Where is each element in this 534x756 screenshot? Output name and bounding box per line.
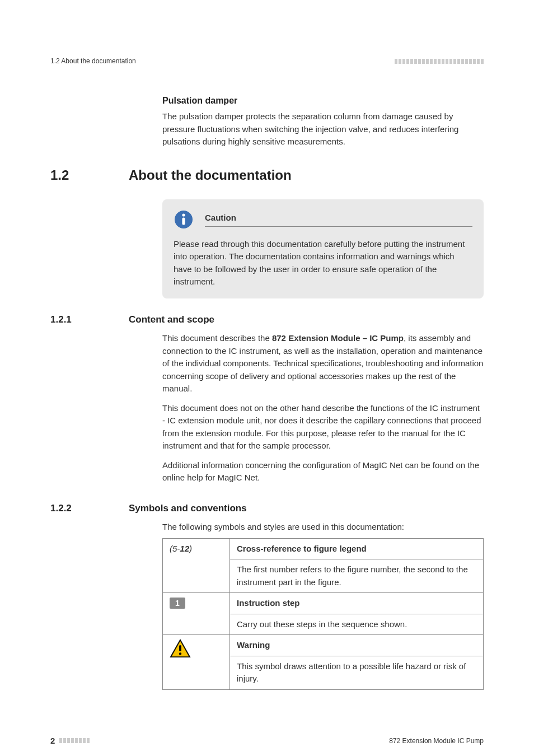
cross-ref-desc: The first number refers to the figure nu… bbox=[230, 559, 484, 593]
pulsation-damper-section: Pulsation damper The pulsation damper pr… bbox=[162, 94, 484, 148]
section-title: About the documentation bbox=[129, 165, 292, 185]
section-1-2-1-heading: 1.2.1 Content and scope bbox=[50, 312, 484, 327]
info-icon bbox=[174, 209, 194, 230]
instruction-step-desc: Carry out these steps in the sequence sh… bbox=[230, 614, 484, 635]
cross-ref-close: ) bbox=[189, 544, 192, 553]
subsection-title: Symbols and conventions bbox=[129, 501, 247, 516]
page-number: 2 bbox=[50, 735, 55, 748]
symbols-body: The following symbols and styles are use… bbox=[162, 521, 484, 690]
section-1-2-heading: 1.2 About the documentation bbox=[50, 165, 484, 185]
warning-icon bbox=[170, 639, 191, 658]
content-scope-body: This document describes the 872 Extensio… bbox=[162, 332, 484, 484]
footer-ornament bbox=[59, 738, 90, 743]
svg-rect-4 bbox=[179, 645, 181, 651]
caution-text: Please read through this documentation c… bbox=[174, 238, 472, 288]
warning-title-cell: Warning bbox=[230, 635, 484, 656]
step-badge: 1 bbox=[170, 598, 185, 609]
content-scope-p2: This document does not on the other hand… bbox=[162, 402, 484, 452]
symbols-intro: The following symbols and styles are use… bbox=[162, 521, 484, 534]
pulsation-paragraph: The pulsation damper protects the separa… bbox=[162, 110, 484, 148]
page-footer: 2 872 Extension Module IC Pump bbox=[50, 735, 484, 748]
table-row: (5-12) Cross-reference to figure legend bbox=[163, 538, 484, 559]
footer-left: 2 bbox=[50, 735, 90, 748]
header-ornament bbox=[395, 59, 484, 64]
caution-label: Caution bbox=[205, 212, 236, 226]
table-row: 1 Instruction step bbox=[163, 593, 484, 614]
p1-part-a: This document describes the bbox=[162, 333, 272, 343]
cross-ref-open: (5- bbox=[170, 544, 180, 553]
page-header: 1.2 About the documentation bbox=[50, 56, 484, 66]
caution-callout: Caution Please read through this documen… bbox=[162, 199, 484, 298]
warning-icon-cell bbox=[163, 635, 230, 690]
section-1-2-2-heading: 1.2.2 Symbols and conventions bbox=[50, 501, 484, 516]
section-number: 1.2 bbox=[50, 165, 101, 185]
cross-ref-bold: 12 bbox=[180, 544, 189, 553]
instruction-step-title-cell: Instruction step bbox=[230, 593, 484, 614]
step-badge-cell: 1 bbox=[163, 593, 230, 635]
subsection-number: 1.2.2 bbox=[50, 501, 101, 516]
running-head-left: 1.2 About the documentation bbox=[50, 56, 136, 66]
table-row: Warning bbox=[163, 635, 484, 656]
caution-header: Caution bbox=[174, 209, 472, 230]
svg-point-1 bbox=[182, 213, 185, 216]
content-scope-p3: Additional information concerning the co… bbox=[162, 459, 484, 484]
symbols-table: (5-12) Cross-reference to figure legend … bbox=[162, 538, 484, 690]
warning-desc: This symbol draws attention to a possibl… bbox=[230, 656, 484, 689]
subsection-title: Content and scope bbox=[129, 312, 214, 327]
footer-right: 872 Extension Module IC Pump bbox=[389, 736, 484, 746]
instruction-step-title: Instruction step bbox=[237, 598, 300, 608]
p1-product-name: 872 Extension Module – IC Pump bbox=[272, 333, 404, 343]
cross-ref-example: (5-12) bbox=[163, 538, 230, 593]
svg-rect-2 bbox=[182, 217, 185, 225]
subsection-number: 1.2.1 bbox=[50, 312, 101, 327]
svg-point-5 bbox=[179, 652, 181, 655]
warning-title: Warning bbox=[237, 640, 270, 650]
pulsation-heading: Pulsation damper bbox=[162, 94, 484, 108]
cross-ref-title-cell: Cross-reference to figure legend bbox=[230, 538, 484, 559]
content-scope-p1: This document describes the 872 Extensio… bbox=[162, 332, 484, 395]
cross-ref-title: Cross-reference to figure legend bbox=[237, 544, 367, 553]
